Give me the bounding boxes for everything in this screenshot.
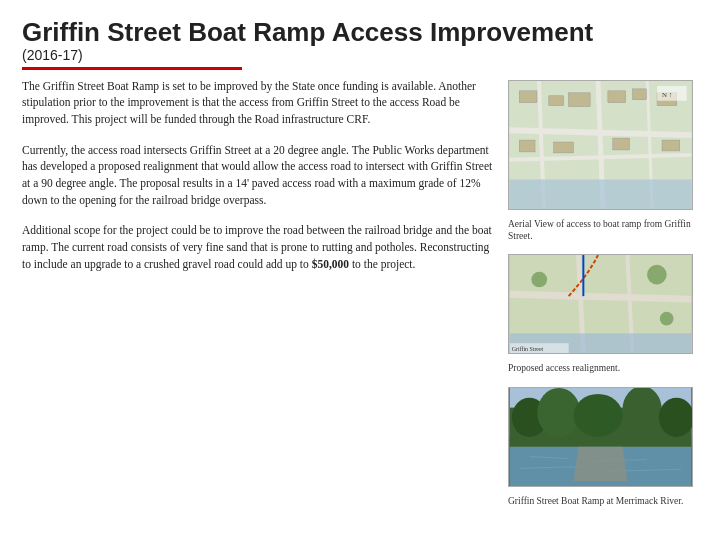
photo-caption: Griffin Street Boat Ramp at Merrimack Ri… xyxy=(508,495,698,507)
svg-rect-14 xyxy=(554,142,574,153)
svg-rect-13 xyxy=(519,140,535,152)
paragraph-2: Currently, the access road intersects Gr… xyxy=(22,142,498,209)
svg-point-25 xyxy=(647,265,667,285)
paragraph-1: The Griffin Street Boat Ramp is set to b… xyxy=(22,78,498,128)
header-subtitle: (2016-17) xyxy=(22,47,698,63)
svg-marker-41 xyxy=(574,446,628,480)
svg-rect-15 xyxy=(613,138,630,150)
svg-rect-6 xyxy=(509,179,691,209)
left-column: The Griffin Street Boat Ramp is set to b… xyxy=(22,78,498,530)
red-divider xyxy=(22,67,242,70)
svg-line-20 xyxy=(510,294,691,299)
svg-text:N ↑: N ↑ xyxy=(662,90,672,97)
realignment-map-image: Griffin Street xyxy=(508,254,693,354)
header-title: Griffin Street Boat Ramp Access Improvem… xyxy=(22,18,698,47)
svg-rect-9 xyxy=(569,92,591,106)
svg-point-34 xyxy=(623,388,662,433)
aerial-map-caption: Aerial View of access to boat ramp from … xyxy=(508,218,698,243)
right-column: N ↑ Aerial View of access to boat ramp f… xyxy=(508,78,698,530)
svg-point-26 xyxy=(660,312,674,326)
content-area: The Griffin Street Boat Ramp is set to b… xyxy=(22,78,698,530)
realignment-caption: Proposed access realignment. xyxy=(508,362,698,374)
boat-ramp-photo xyxy=(508,387,693,487)
svg-rect-8 xyxy=(549,95,564,105)
svg-rect-11 xyxy=(633,88,647,99)
svg-point-24 xyxy=(531,272,547,288)
svg-text:Griffin Street: Griffin Street xyxy=(512,346,544,352)
svg-rect-16 xyxy=(662,140,680,151)
page: Griffin Street Boat Ramp Access Improvem… xyxy=(0,0,720,540)
svg-rect-7 xyxy=(519,90,537,102)
aerial-map-image: N ↑ xyxy=(508,80,693,210)
svg-point-33 xyxy=(574,394,623,437)
paragraph-3: Additional scope for the project could b… xyxy=(22,222,498,272)
svg-rect-10 xyxy=(608,90,626,102)
